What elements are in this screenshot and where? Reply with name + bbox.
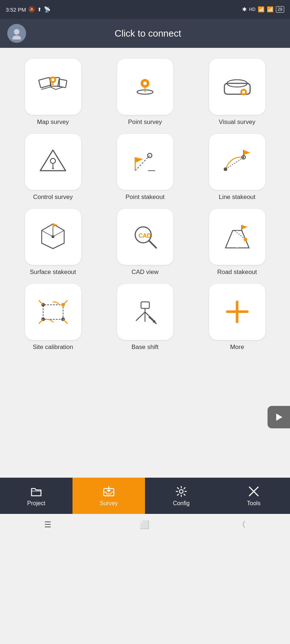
app-icon-box-cad-view: CAD <box>117 209 173 265</box>
avatar[interactable] <box>7 24 26 43</box>
app-icon-box-control-survey <box>25 134 81 190</box>
svg-marker-25 <box>244 150 250 155</box>
app-icon-box-more <box>209 284 265 340</box>
svg-point-16 <box>52 167 54 169</box>
svg-marker-28 <box>42 224 53 237</box>
svg-line-17 <box>135 155 150 171</box>
app-item-more[interactable]: More <box>195 284 279 351</box>
app-label-more: More <box>230 344 244 351</box>
time-label: 3:52 PM <box>6 7 26 13</box>
app-icon-box-site-calibration <box>25 284 81 340</box>
app-item-point-survey[interactable]: Point survey <box>103 59 187 126</box>
back-icon[interactable]: 〈 <box>238 519 246 530</box>
svg-point-1 <box>12 36 21 40</box>
app-item-line-stakeout[interactable]: Line stakeout <box>195 134 279 201</box>
svg-point-60 <box>179 490 183 493</box>
app-icon-box-visual-survey <box>209 59 265 115</box>
nav-item-project[interactable]: Project <box>0 478 72 514</box>
svg-point-13 <box>242 91 245 94</box>
header: Click to connect <box>0 19 290 48</box>
home-icon[interactable]: ⬜ <box>140 520 149 529</box>
svg-point-6 <box>51 78 54 81</box>
app-label-control-survey: Control survey <box>33 194 73 201</box>
app-item-base-shift[interactable]: Base shift <box>103 284 187 351</box>
svg-point-9 <box>143 82 147 85</box>
svg-rect-47 <box>141 302 149 308</box>
app-icon-box-base-shift <box>117 284 173 340</box>
app-label-road-stakeout: Road stakeout <box>217 269 257 276</box>
app-item-cad-view[interactable]: CAD CAD view <box>103 209 187 276</box>
app-icon-box-map-survey <box>25 59 81 115</box>
svg-line-34 <box>149 241 156 248</box>
nav-label-tools: Tools <box>247 500 260 507</box>
app-item-site-calibration[interactable]: Site calibration <box>11 284 95 351</box>
app-label-point-stakeout: Point stakeout <box>125 194 165 201</box>
app-icon-box-line-stakeout <box>209 134 265 190</box>
bluetooth-icon: ✱ <box>242 6 247 13</box>
app-item-surface-stakeout[interactable]: Surface stakeout <box>11 209 95 276</box>
signal-label: HD <box>249 7 255 12</box>
app-label-surface-stakeout: Surface stakeout <box>30 269 76 276</box>
app-item-road-stakeout[interactable]: Road stakeout <box>195 209 279 276</box>
menu-icon[interactable]: ☰ <box>44 520 51 529</box>
app-icon-box-point-survey <box>117 59 173 115</box>
nav-item-config[interactable]: Config <box>145 478 218 514</box>
svg-line-49 <box>136 312 145 321</box>
app-icon-box-road-stakeout <box>209 209 265 265</box>
svg-text:CAD: CAD <box>138 233 151 239</box>
empty-space <box>11 354 279 470</box>
svg-marker-39 <box>242 225 248 229</box>
status-right: ✱ HD 📶 📶 29 <box>242 6 284 13</box>
status-bar: 3:52 PM 🔕 ⬆ 📡 ✱ HD 📶 📶 29 <box>0 0 290 19</box>
svg-point-41 <box>244 238 247 241</box>
battery-label: 29 <box>276 6 284 13</box>
svg-point-0 <box>14 29 19 34</box>
nav-item-tools[interactable]: Tools <box>218 478 290 514</box>
app-item-visual-survey[interactable]: Visual survey <box>195 59 279 126</box>
system-nav: ☰ ⬜ 〈 <box>0 514 290 536</box>
signal-bars-icon: 📶 <box>258 6 265 13</box>
svg-rect-2 <box>38 77 51 88</box>
svg-point-14 <box>50 158 55 163</box>
app-label-site-calibration: Site calibration <box>33 344 73 351</box>
svg-marker-20 <box>135 157 143 163</box>
wifi-icon: 📶 <box>267 6 274 13</box>
app-icon-1: 📡 <box>44 6 51 13</box>
app-label-visual-survey: Visual survey <box>219 119 256 126</box>
app-grid: Map survey Point survey <box>11 55 279 354</box>
mute-icon: 🔕 <box>28 6 35 13</box>
svg-point-32 <box>51 235 54 238</box>
app-label-base-shift: Base shift <box>132 344 159 351</box>
bottom-nav: Project Survey Config Tools <box>0 478 290 514</box>
main-content: Map survey Point survey <box>0 48 290 478</box>
app-icon-box-point-stakeout <box>117 134 173 190</box>
upload-icon: ⬆ <box>37 7 42 12</box>
nav-item-survey[interactable]: Survey <box>72 478 145 514</box>
header-title[interactable]: Click to connect <box>32 28 264 39</box>
app-item-point-stakeout[interactable]: Point stakeout <box>103 134 187 201</box>
svg-line-51 <box>145 312 154 321</box>
svg-marker-56 <box>276 414 282 421</box>
svg-marker-59 <box>107 490 111 492</box>
nav-label-survey: Survey <box>100 500 118 507</box>
app-label-point-survey: Point survey <box>128 119 162 126</box>
app-icon-box-surface-stakeout <box>25 209 81 265</box>
floating-play-button[interactable] <box>268 406 290 428</box>
svg-rect-42 <box>43 305 63 319</box>
app-label-map-survey: Map survey <box>37 119 69 126</box>
status-left: 3:52 PM 🔕 ⬆ 📡 <box>6 6 51 13</box>
app-item-control-survey[interactable]: Control survey <box>11 134 95 201</box>
app-item-map-survey[interactable]: Map survey <box>11 59 95 126</box>
nav-label-config: Config <box>173 500 190 507</box>
nav-label-project: Project <box>27 500 45 507</box>
app-label-line-stakeout: Line stakeout <box>219 194 255 201</box>
app-label-cad-view: CAD view <box>132 269 159 276</box>
